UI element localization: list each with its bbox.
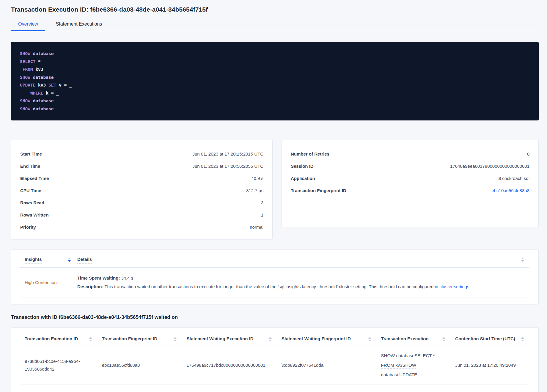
sql-text: * [35, 59, 40, 64]
sql-keyword: WHERE [30, 91, 43, 95]
kv-label: Elapsed Time [20, 176, 49, 181]
insights-table-card: Insights Details High Contention Time Sp… [11, 249, 539, 304]
sort-arrows-icon[interactable] [89, 337, 92, 341]
kv-row-number-of-retries: Number of Retries 0 [291, 148, 529, 160]
kv-label: Application [291, 176, 315, 181]
sort-down-icon [89, 340, 92, 341]
kv-row-cpu-time: CPU Time 312.7 µs [20, 184, 263, 197]
sql-keyword: SHOW [20, 51, 30, 56]
sql-line: SHOW database [20, 50, 530, 58]
insights-table-header: Insights Details [20, 250, 529, 268]
sql-text: kv3 [35, 83, 48, 87]
sort-arrows-icon[interactable] [521, 337, 524, 341]
cell-transaction-fingerprint-id: ebc10ae56cfd88a8 [98, 361, 182, 369]
time-spent-waiting: Time Spent Waiting: 34.4 s [77, 275, 525, 281]
waited-on-table-row: 9738d051-bc0e-4158-a9b4-1903586ddd42 ebc… [20, 346, 529, 385]
transaction-execution-statement-link[interactable]: SHOW databaseSELECT * FROM kv3SHOW datab… [381, 353, 435, 377]
sort-arrows-icon[interactable] [68, 258, 71, 264]
kv-label: Number of Retries [291, 151, 329, 156]
sql-statements-box: SHOW database SELECT * FROM kv3 SHOW dat… [11, 42, 539, 120]
column-header-label[interactable]: Statement Waiting Execution ID [186, 336, 253, 343]
table-sort-control [521, 257, 529, 262]
description-text: This transaction waited on other transac… [103, 284, 440, 289]
kv-row-priority: Priority normal [20, 221, 263, 233]
sql-line: SHOW database [20, 105, 530, 113]
cell-transaction-execution-id: 9738d051-bc0e-4158-a9b4-1903586ddd42 [20, 357, 98, 373]
kv-row-elapsed-time: Elapsed Time 40.9 s [20, 172, 263, 184]
kv-row-rows-read: Rows Read 3 [20, 197, 263, 209]
kv-label: Transaction Fingerprint ID [291, 188, 346, 193]
column-header-label[interactable]: Statement Waiting Fingerprint ID [282, 336, 351, 343]
sort-arrows-icon[interactable] [174, 337, 177, 341]
tab-statement-executions[interactable]: Statement Executions [49, 21, 109, 31]
sql-text [20, 91, 30, 95]
column-header-label[interactable]: Transaction Execution ID [25, 336, 78, 343]
kv-value: 1 [261, 212, 263, 217]
sql-identifier: database [30, 51, 54, 56]
waited-on-heading: Transaction with ID f6be6366-da03-48de-a… [11, 314, 539, 320]
kv-value: 3 [261, 200, 263, 205]
insight-row: High Contention Time Spent Waiting: 34.4… [20, 268, 529, 297]
sort-up-icon [368, 337, 371, 339]
session-details-card: Number of Retries 0 Session ID 17648a9ee… [282, 140, 539, 228]
sort-down-icon [174, 340, 177, 341]
column-header-label[interactable]: Contention Start Time (UTC) [455, 336, 515, 343]
insights-column-header: Insights [20, 257, 71, 264]
kv-row-session-id: Session ID 17648a9eea6017800000000000000… [291, 160, 529, 172]
details-header-label[interactable]: Details [77, 257, 92, 264]
sql-keyword: SHOW [20, 75, 30, 80]
page-title: Transaction Execution ID: f6be6366-da03-… [11, 6, 539, 13]
sql-line: SHOW database [20, 97, 530, 105]
sql-keyword: FROM [23, 67, 33, 72]
sql-identifier: database [30, 75, 54, 80]
cell-transaction-execution: SHOW databaseSELECT * FROM kv3SHOW datab… [377, 351, 451, 380]
cluster-settings-link[interactable]: cluster settings [439, 284, 469, 289]
cell-statement-waiting-fingerprint-id: \xdb8922f077541dda [277, 361, 377, 369]
summary-cards-row: Start Time Jun 01, 2023 at 17:20:15:2015… [11, 140, 539, 239]
details-column-header: Details [71, 257, 521, 264]
time-spent-waiting-value: 34.4 s [120, 275, 133, 280]
kv-row-start-time: Start Time Jun 01, 2023 at 17:20:15:2015… [20, 148, 263, 160]
cell-statement-waiting-execution-id: 176498a9c717bdc80000000000000001 [182, 361, 277, 369]
description-label: Description: [77, 284, 103, 289]
kv-value: normal [250, 225, 263, 230]
col-header-transaction-execution: Transaction Execution [377, 336, 451, 343]
col-header-statement-waiting-fingerprint-id: Statement Waiting Fingerprint ID [277, 336, 377, 343]
sort-up-icon [442, 337, 445, 339]
col-header-transaction-execution-id: Transaction Execution ID [20, 336, 98, 343]
sql-line: SELECT * [20, 58, 530, 66]
column-header-label[interactable]: Transaction Execution [381, 336, 429, 343]
sort-arrows-icon[interactable] [368, 337, 371, 341]
col-header-contention-start-time: Contention Start Time (UTC) [451, 336, 529, 343]
cell-contention-start-time: Jun 01, 2023 at 17:20:49:2049 [451, 361, 529, 369]
insight-details-cell: Time Spent Waiting: 34.4 s Description: … [71, 268, 529, 297]
sort-up-icon [521, 337, 524, 339]
sql-text: v = _ [56, 83, 72, 87]
kv-value: 312.7 µs [246, 188, 263, 193]
sort-up-icon [521, 258, 524, 259]
kv-value: 17648a9eea6017800000000000000001 [450, 164, 529, 169]
kv-value: 40.9 s [251, 176, 263, 181]
sql-identifier: database [30, 106, 54, 111]
kv-row-application: Application $ cockroach sql [291, 172, 529, 184]
kv-row-rows-written: Rows Written 1 [20, 209, 263, 221]
kv-row-end-time: End Time Jun 01, 2023 at 17:20:56:2056 U… [20, 160, 263, 172]
tab-bar: Overview Statement Executions [11, 21, 539, 31]
kv-value: $ cockroach sql [499, 176, 529, 181]
sql-text: kv3 [33, 67, 43, 72]
sort-arrows-icon[interactable] [442, 337, 445, 341]
transaction-fingerprint-id-link[interactable]: ebc10ae56cfd88a8 [491, 188, 529, 193]
tab-overview[interactable]: Overview [11, 21, 45, 31]
sort-down-icon [368, 340, 371, 341]
col-header-statement-waiting-execution-id: Statement Waiting Execution ID [182, 336, 277, 343]
sort-down-icon [442, 340, 445, 341]
insights-header-label[interactable]: Insights [25, 257, 42, 264]
sort-arrows-icon[interactable] [521, 258, 524, 262]
sort-arrows-icon[interactable] [269, 337, 272, 341]
kv-value: Jun 01, 2023 at 17:20:15:2015 UTC [192, 151, 263, 156]
sql-keyword: SHOW [20, 98, 30, 103]
sql-text: k = _ [43, 91, 59, 95]
column-header-label[interactable]: Transaction Fingerprint ID [102, 336, 158, 343]
kv-value: Jun 01, 2023 at 17:20:56:2056 UTC [192, 164, 263, 169]
kv-label: End Time [20, 164, 40, 169]
